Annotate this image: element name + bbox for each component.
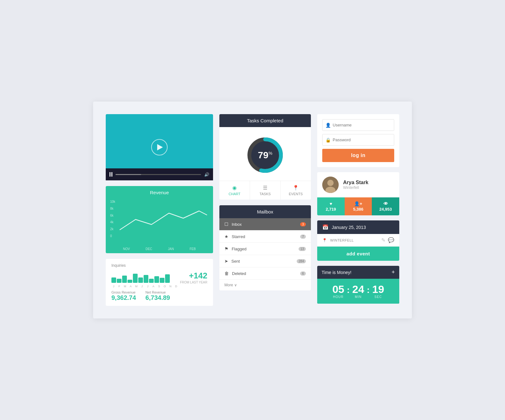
avatar-image — [322, 177, 339, 193]
cal-actions: ✎ 💬 — [381, 237, 394, 243]
tasks-tabs: ◉ CHART ☰ TASKS 📍 EVENTS — [219, 181, 311, 200]
tasks-card: Tasks Completed 79% ◉ — [219, 114, 311, 200]
followers-icon: 👤+ — [347, 201, 370, 206]
bar-1 — [111, 277, 116, 283]
bar-8 — [149, 279, 154, 283]
mail-flagged[interactable]: ⚑ Flagged 13 — [219, 243, 311, 255]
starred-icon: ★ — [224, 234, 229, 239]
timer-sep-1: : — [347, 285, 350, 298]
revenue-chart-svg — [110, 200, 209, 238]
volume-icon[interactable]: 🔊 — [204, 172, 209, 177]
user-icon: 👤 — [325, 123, 331, 128]
x-labels: NOV DEC JAN FEB — [106, 247, 213, 253]
followers-value: 5,386 — [353, 207, 364, 212]
starred-label: Starred — [232, 234, 245, 239]
x-label-nov: NOV — [123, 247, 130, 251]
password-input[interactable] — [322, 134, 394, 146]
chart-tab-icon: ◉ — [222, 185, 247, 191]
flagged-label: Flagged — [232, 247, 247, 251]
hour-label: HOUR — [332, 295, 344, 299]
mail-sent[interactable]: ➤ Sent 284 — [219, 255, 311, 267]
net-revenue: Net Revenue 6,734.89 — [146, 290, 170, 301]
y-label-10k: 10k — [110, 200, 115, 203]
bar-3 — [122, 276, 127, 283]
tasks-tab-icon: ☰ — [252, 185, 278, 191]
add-event-button[interactable]: add event — [317, 247, 399, 261]
tasks-tab-label: TASKS — [259, 192, 270, 196]
cal-location: WINTERFELL — [330, 238, 354, 242]
timer-card: Time is Money! + 05 HOUR : 24 MIN : 19 S… — [317, 266, 399, 304]
inbox-label: Inbox — [232, 222, 242, 227]
heart-icon: ♥ — [319, 201, 343, 206]
flagged-icon: ⚑ — [224, 246, 229, 251]
username-input[interactable] — [322, 119, 394, 131]
pause-bar-left — [110, 172, 110, 177]
flagged-badge: 13 — [299, 247, 306, 251]
login-button[interactable]: log in — [322, 149, 394, 162]
comment-icon[interactable]: 💬 — [388, 237, 394, 243]
tab-chart[interactable]: ◉ CHART — [219, 181, 250, 200]
bar-5 — [133, 274, 138, 283]
net-value: 6,734.89 — [146, 294, 170, 301]
x-label-jan: JAN — [168, 247, 174, 251]
tab-tasks[interactable]: ☰ TASKS — [250, 181, 281, 200]
mail-deleted[interactable]: 🗑 Deleted 6 — [219, 267, 311, 280]
timer-sec: 19 SEC — [372, 284, 384, 299]
bar-2 — [117, 279, 122, 283]
stat-followers[interactable]: 👤+ 5,386 — [345, 197, 372, 215]
timer-header: Time is Money! + — [317, 266, 399, 279]
bar-9 — [154, 276, 159, 283]
y-label-8k: 8k — [110, 207, 115, 210]
y-label-6k: 6k — [110, 214, 115, 217]
donut-percentage: 79% — [258, 150, 272, 160]
stat-likes[interactable]: ♥ 2,719 — [317, 197, 345, 215]
inquiries-count: +142 — [180, 271, 207, 281]
profile-subtitle: Winterfell — [343, 185, 368, 190]
sec-label: SEC — [372, 295, 384, 299]
pause-button[interactable] — [110, 172, 112, 177]
timer-sep-2: : — [367, 285, 370, 298]
inquiries-label: Inquiries — [111, 263, 207, 268]
bar-11 — [165, 274, 170, 283]
tasks-header: Tasks Completed — [219, 114, 311, 127]
timer-plus-button[interactable]: + — [391, 269, 395, 276]
profile-header: Arya Stark Winterfell — [317, 172, 399, 197]
video-player: 🔊 — [106, 114, 213, 180]
tab-events[interactable]: 📍 EVENTS — [281, 181, 311, 200]
play-button[interactable] — [151, 139, 168, 155]
x-label-feb: FEB — [190, 247, 196, 251]
mail-inbox[interactable]: ☐ Inbox 3 — [219, 218, 311, 230]
mail-starred[interactable]: ★ Starred 7 — [219, 230, 311, 243]
mailbox-card: Mailbox ☐ Inbox 3 ★ Starred 7 ⚑ Flagged … — [219, 205, 311, 290]
x-label-dec: DEC — [146, 247, 152, 251]
cal-location-row: 📍 WINTERFELL ✎ 💬 — [317, 234, 399, 247]
y-label-0: 0 — [110, 234, 115, 238]
mailbox-header: Mailbox — [219, 205, 311, 218]
profile-stats: ♥ 2,719 👤+ 5,386 👁 24,953 — [317, 197, 399, 215]
edit-icon[interactable]: ✎ — [381, 237, 385, 243]
sec-value: 19 — [372, 284, 384, 295]
location-icon: 📍 — [322, 238, 327, 242]
more-label: More ∨ — [224, 283, 237, 287]
net-label: Net Revenue — [146, 290, 170, 294]
timer-display: 05 HOUR : 24 MIN : 19 SEC — [317, 279, 399, 304]
bar-4 — [128, 280, 132, 283]
cal-date: January 25, 2013 — [332, 225, 366, 230]
password-wrap: 🔒 — [322, 134, 394, 146]
sent-label: Sent — [231, 259, 240, 264]
middle-column: Tasks Completed 79% ◉ — [219, 114, 311, 306]
svg-point-4 — [327, 180, 334, 186]
deleted-icon: 🗑 — [224, 271, 229, 276]
sent-icon: ➤ — [224, 259, 228, 264]
starred-badge: 7 — [300, 235, 306, 239]
stat-views[interactable]: 👁 24,953 — [372, 197, 399, 215]
cal-header: 📅 January 25, 2013 — [317, 220, 399, 234]
revenue-title: Revenue — [150, 190, 169, 195]
more-link[interactable]: More ∨ — [219, 280, 311, 290]
y-label-4k: 4k — [110, 220, 115, 224]
bar-6 — [138, 277, 143, 283]
progress-bar[interactable] — [116, 174, 201, 175]
calendar-icon: 📅 — [322, 224, 329, 230]
y-labels: 10k 8k 6k 4k 2k 0 — [110, 200, 115, 238]
donut-wrap: 79% — [219, 127, 311, 181]
